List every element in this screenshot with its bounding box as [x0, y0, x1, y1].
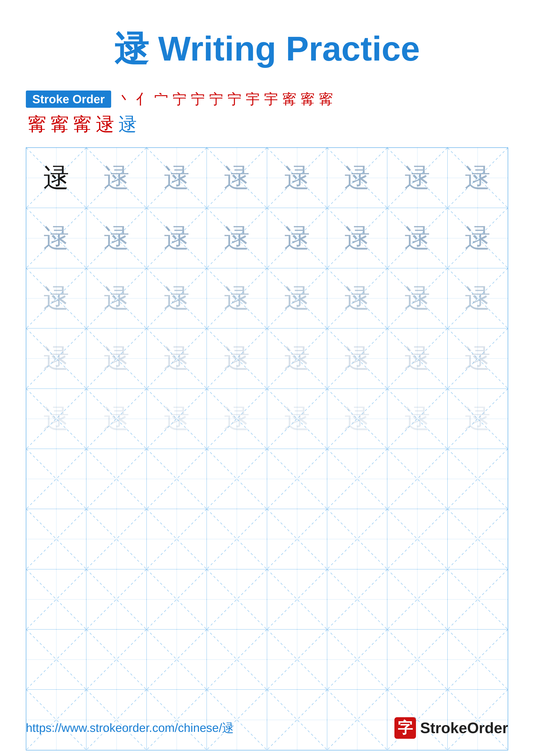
- grid-cell[interactable]: 逯: [267, 148, 327, 208]
- grid-cell[interactable]: 逯: [87, 208, 146, 268]
- grid-cell[interactable]: 逯: [267, 328, 327, 389]
- grid-row: 逯 逯 逯 逯 逯 逯 逯 逯: [26, 208, 508, 268]
- stroke-char: 宁: [191, 90, 205, 109]
- grid-cell[interactable]: [207, 569, 267, 630]
- grid-cell[interactable]: [207, 449, 267, 509]
- svg-line-87: [207, 449, 267, 509]
- grid-cell[interactable]: [147, 569, 207, 630]
- grid-cell[interactable]: 逯: [147, 208, 207, 268]
- grid-cell[interactable]: 逯: [327, 389, 387, 449]
- grid-cell[interactable]: 逯: [447, 328, 508, 389]
- grid-cell[interactable]: [147, 449, 207, 509]
- grid-cell[interactable]: [447, 509, 508, 569]
- grid-cell[interactable]: [207, 509, 267, 569]
- grid-cell[interactable]: 逯: [387, 389, 447, 449]
- grid-row: 逯 逯 逯 逯 逯 逯 逯 逯: [26, 328, 508, 389]
- grid-cell[interactable]: [87, 569, 146, 630]
- grid-cell[interactable]: 逯: [447, 268, 508, 328]
- stroke-char-r2: 寗: [73, 112, 91, 137]
- grid-cell[interactable]: [327, 509, 387, 569]
- stroke-char: 寗: [301, 90, 315, 109]
- grid-cell[interactable]: [207, 630, 267, 689]
- grid-cell[interactable]: 逯: [447, 208, 508, 268]
- practice-char: 逯: [224, 406, 250, 432]
- grid-cell[interactable]: [267, 449, 327, 509]
- grid-cell[interactable]: [387, 569, 447, 630]
- grid-cell[interactable]: 逯: [147, 148, 207, 208]
- grid-cell[interactable]: 逯: [327, 208, 387, 268]
- grid-cell[interactable]: 逯: [207, 148, 267, 208]
- grid-cell[interactable]: 逯: [447, 389, 508, 449]
- grid-cell[interactable]: 逯: [387, 148, 447, 208]
- grid-cell[interactable]: [387, 630, 447, 689]
- practice-char: 逯: [164, 345, 190, 371]
- grid-cell[interactable]: 逯: [147, 268, 207, 328]
- practice-char: 逯: [465, 225, 491, 251]
- grid-cell[interactable]: [26, 569, 87, 630]
- practice-char: 逯: [284, 345, 310, 371]
- grid-cell[interactable]: 逯: [387, 208, 447, 268]
- grid-cell[interactable]: 逯: [327, 328, 387, 389]
- grid-cell[interactable]: 逯: [87, 328, 146, 389]
- grid-cell[interactable]: [147, 509, 207, 569]
- grid-cell[interactable]: 逯: [87, 389, 146, 449]
- grid-cell[interactable]: 逯: [87, 148, 146, 208]
- grid-cell[interactable]: 逯: [26, 268, 87, 328]
- svg-line-112: [26, 569, 86, 629]
- practice-char: 逯: [404, 406, 430, 432]
- grid-cell[interactable]: 逯: [327, 268, 387, 328]
- grid-cell[interactable]: [387, 449, 447, 509]
- svg-line-117: [147, 569, 207, 629]
- grid-cell[interactable]: [87, 449, 146, 509]
- stroke-char-r2: 寗: [51, 112, 69, 137]
- grid-cell[interactable]: 逯: [147, 328, 207, 389]
- grid-cell[interactable]: 逯: [387, 268, 447, 328]
- grid-cell[interactable]: 逯: [207, 208, 267, 268]
- svg-line-140: [387, 630, 447, 689]
- grid-cell[interactable]: 逯: [267, 208, 327, 268]
- grid-cell[interactable]: [327, 630, 387, 689]
- grid-cell[interactable]: [447, 630, 508, 689]
- grid-cell[interactable]: 逯: [26, 389, 87, 449]
- grid-cell[interactable]: [26, 630, 87, 689]
- grid-cell[interactable]: 逯: [147, 389, 207, 449]
- grid-cell[interactable]: [327, 569, 387, 630]
- grid-cell[interactable]: 逯: [26, 328, 87, 389]
- grid-cell[interactable]: 逯: [26, 148, 87, 208]
- title-character: 逯: [114, 30, 149, 68]
- grid-cell[interactable]: [267, 630, 327, 689]
- grid-cell[interactable]: [87, 630, 146, 689]
- grid-cell[interactable]: [26, 449, 87, 509]
- stroke-char: 宁: [209, 90, 223, 109]
- svg-line-130: [87, 630, 146, 689]
- svg-line-124: [387, 569, 447, 629]
- svg-line-118: [207, 569, 267, 629]
- svg-line-86: [207, 449, 267, 509]
- grid-cell[interactable]: [267, 509, 327, 569]
- svg-line-137: [267, 630, 327, 689]
- grid-cell[interactable]: [147, 630, 207, 689]
- grid-cell[interactable]: [387, 509, 447, 569]
- grid-cell[interactable]: [327, 449, 387, 509]
- grid-cell[interactable]: 逯: [387, 328, 447, 389]
- grid-cell[interactable]: 逯: [207, 328, 267, 389]
- svg-line-98: [87, 509, 146, 569]
- practice-char: 逯: [164, 406, 190, 432]
- grid-cell[interactable]: 逯: [87, 268, 146, 328]
- svg-line-88: [267, 449, 327, 509]
- svg-line-123: [327, 569, 387, 629]
- grid-cell[interactable]: 逯: [207, 268, 267, 328]
- practice-char: 逯: [284, 285, 310, 311]
- grid-cell[interactable]: 逯: [26, 208, 87, 268]
- grid-cell[interactable]: 逯: [327, 148, 387, 208]
- grid-cell[interactable]: 逯: [447, 148, 508, 208]
- grid-cell[interactable]: [267, 569, 327, 630]
- grid-cell[interactable]: 逯: [207, 389, 267, 449]
- grid-cell[interactable]: [447, 449, 508, 509]
- grid-cell[interactable]: [447, 569, 508, 630]
- grid-cell[interactable]: [87, 509, 146, 569]
- grid-cell[interactable]: [26, 509, 87, 569]
- grid-cell[interactable]: 逯: [267, 268, 327, 328]
- grid-cell[interactable]: 逯: [267, 389, 327, 449]
- svg-line-105: [267, 509, 327, 569]
